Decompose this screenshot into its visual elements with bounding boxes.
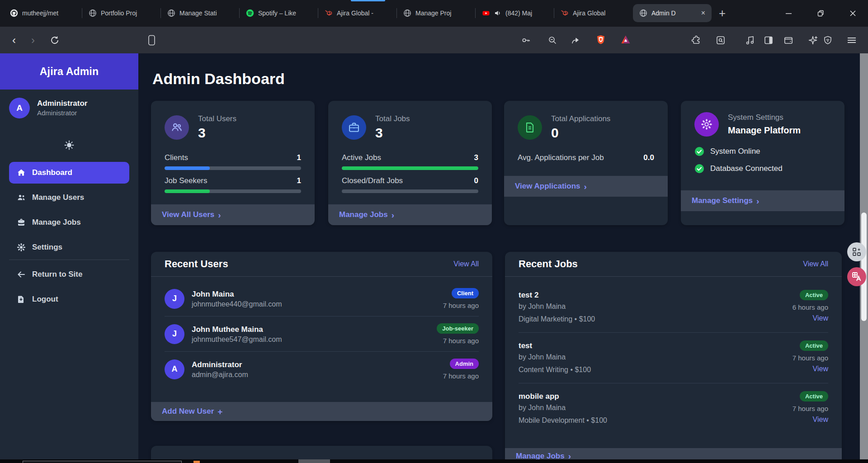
job-author: by John Maina: [519, 402, 793, 413]
stat-row-value: 0.0: [643, 153, 654, 162]
sidebar-item-manage-users[interactable]: Manage Users: [9, 187, 129, 208]
user-name: John Muthee Maina: [192, 324, 429, 335]
manage-jobs-link[interactable]: Manage Jobs ›: [328, 204, 492, 225]
plus-icon: +: [217, 407, 222, 416]
extension-widget-button[interactable]: [847, 242, 866, 261]
extensions-icon[interactable]: [691, 35, 701, 45]
wallet-icon[interactable]: [783, 35, 793, 45]
tab-title: Manage Stati: [179, 9, 235, 17]
browser-tab-spotify[interactable]: Spotify – Like: [240, 4, 318, 22]
reload-button[interactable]: [50, 35, 60, 45]
stat-card-system-settings: System Settings Manage Platform System O…: [681, 101, 844, 225]
stat-row-label: Avg. Applications per Job: [518, 153, 604, 162]
job-author: by John Maina: [519, 351, 793, 363]
new-tab-button[interactable]: +: [719, 7, 726, 19]
progress-fill-active-jobs: [342, 166, 478, 170]
window-restore-button[interactable]: [807, 0, 835, 27]
music-icon[interactable]: [745, 35, 755, 45]
menu-icon[interactable]: [846, 35, 856, 45]
background-window-accent: [193, 461, 200, 463]
view-all-users-link[interactable]: View All Users ›: [151, 204, 315, 225]
spotify-icon: [246, 9, 254, 17]
search-panel-icon[interactable]: [716, 35, 726, 45]
view-job-link[interactable]: View: [793, 311, 828, 325]
user-row[interactable]: J John Muthee Maina johnmuthee547@gmail.…: [165, 317, 479, 352]
bookmark-sidebar-icon[interactable]: [148, 35, 158, 45]
browser-tab-youtube[interactable]: (842) Maj: [476, 4, 554, 22]
share-icon[interactable]: [571, 35, 580, 45]
browser-tab-manage-stati[interactable]: Manage Stati: [161, 4, 240, 22]
tab-title: Ajira Global: [573, 9, 628, 17]
stat-value: 3: [375, 125, 410, 141]
profile-role: Administrator: [37, 109, 87, 118]
brave-shields-icon[interactable]: [595, 34, 605, 44]
manage-jobs-footer-link[interactable]: Manage Jobs ›: [505, 448, 842, 459]
browser-toolbar: ‹ › i 127.0.0.1:8080/admin/dashboard: [0, 27, 868, 53]
tab-close-icon[interactable]: ×: [699, 9, 707, 18]
stat-card-total-jobs: Total Jobs 3 Active Jobs3 Closed/Draft J…: [328, 101, 492, 225]
sidebar-item-label: Return to Site: [32, 270, 82, 279]
user-row[interactable]: J John Maina johnmuthee440@gmail.com Cli…: [165, 281, 479, 317]
vpn-shield-icon[interactable]: [823, 35, 833, 45]
view-all-jobs[interactable]: View All: [803, 260, 828, 268]
browser-tab-strip: mutheejj/met Portfolio Proj Manage Stati…: [0, 0, 868, 27]
translate-widget-button[interactable]: [847, 267, 866, 286]
bottom-edge-strip: [0, 459, 868, 463]
job-author: by John Maina: [519, 301, 793, 312]
password-key-icon[interactable]: [521, 35, 531, 45]
browser-tab-ajira-2[interactable]: Ajira Global: [554, 4, 633, 22]
browser-tab-portfolio[interactable]: Portfolio Proj: [82, 4, 161, 22]
job-title: test 2: [519, 290, 793, 301]
sidebar-item-logout[interactable]: Logout: [9, 288, 129, 310]
home-icon: [17, 168, 26, 177]
forward-button[interactable]: ›: [26, 34, 40, 47]
job-title: mobile app: [519, 391, 793, 402]
stat-row-label: Closed/Draft Jobs: [342, 176, 403, 185]
timestamp: 7 hours ago: [793, 354, 828, 362]
chevron-right-icon: ›: [392, 211, 394, 219]
back-button[interactable]: ‹: [7, 34, 21, 47]
sidebar-item-return-to-site[interactable]: Return to Site: [9, 264, 129, 285]
speaker-icon[interactable]: [494, 9, 501, 17]
timestamp: 7 hours ago: [443, 302, 479, 309]
sidebar-item-manage-jobs[interactable]: Manage Jobs: [9, 212, 129, 233]
view-job-link[interactable]: View: [793, 362, 828, 376]
stat-label: Total Applications: [551, 114, 610, 124]
zoom-out-icon[interactable]: [547, 35, 557, 45]
sidebar-item-settings[interactable]: Settings: [9, 236, 129, 258]
manage-settings-link[interactable]: Manage Settings ›: [681, 190, 844, 211]
brave-rewards-icon[interactable]: [620, 34, 630, 44]
browser-tab-ajira-1[interactable]: Ajira Global -: [318, 4, 397, 22]
reading-panel-icon[interactable]: [764, 35, 774, 45]
user-email: admin@ajira.com: [192, 370, 436, 379]
sidebar-item-dashboard[interactable]: Dashboard: [9, 162, 129, 184]
stat-row-value: 0: [474, 176, 478, 185]
status-badge: Active: [800, 340, 828, 351]
avatar: J: [165, 324, 184, 344]
avatar: A: [165, 359, 184, 379]
theme-toggle-sun-icon[interactable]: [64, 140, 75, 151]
window-close-button[interactable]: [839, 0, 867, 27]
browser-tab-admin-dashboard-active[interactable]: Admin D ×: [633, 4, 712, 22]
stat-value: 3: [198, 125, 236, 141]
stat-value: Manage Platform: [728, 124, 801, 136]
logout-icon: [17, 295, 26, 304]
view-job-link[interactable]: View: [793, 412, 828, 426]
stat-row-value: 1: [297, 176, 301, 185]
window-minimize-button[interactable]: [774, 0, 802, 27]
view-applications-link[interactable]: View Applications ›: [504, 176, 668, 197]
user-row[interactable]: A Administrator admin@ajira.com Admin 7 …: [165, 352, 479, 387]
youtube-icon: [482, 9, 490, 17]
job-row[interactable]: mobile app by John Maina Mobile Developm…: [519, 383, 828, 434]
browser-tab-manage-proj[interactable]: Manage Proj: [397, 4, 476, 22]
globe-icon: [89, 9, 97, 17]
laravel-icon: [325, 9, 333, 17]
job-row[interactable]: test 2 by John Maina Digital Marketing •…: [519, 282, 828, 333]
job-row[interactable]: test by John Maina Content Writing • $10…: [519, 333, 828, 383]
footer-label: Add New User: [162, 407, 214, 416]
view-all-users[interactable]: View All: [453, 260, 479, 268]
browser-tab-github[interactable]: mutheejj/met: [4, 4, 82, 22]
add-new-user-link[interactable]: Add New User +: [151, 402, 492, 421]
leo-ai-icon[interactable]: [808, 35, 818, 45]
page-scrollbar-thumb[interactable]: [861, 213, 867, 321]
